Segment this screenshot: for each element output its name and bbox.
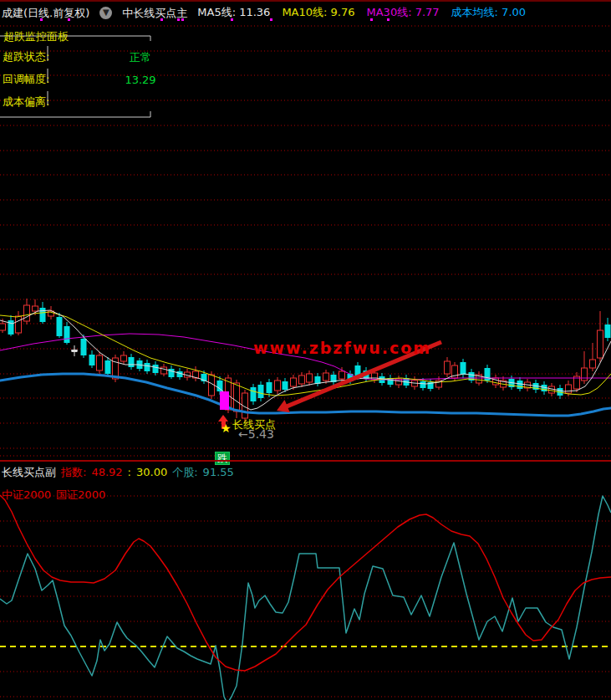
candle-up: [234, 383, 240, 411]
candle-down: [145, 363, 150, 371]
candle-up: [33, 306, 38, 311]
candle-up: [291, 378, 297, 386]
sub-legend: 指数:48.92:30.00个股:91.55: [61, 466, 234, 478]
ma-legend-item-1: MA10线: 9.76: [282, 5, 354, 20]
drop-badge: 跌: [215, 452, 230, 465]
candle-up: [24, 305, 30, 321]
candle-up: [323, 373, 329, 381]
stock-title: 成建(日线.前复权): [2, 7, 89, 19]
candle-up: [445, 361, 451, 374]
ma-legend-item-3: 成本均线: 7.00: [451, 5, 526, 20]
candle-down: [64, 326, 70, 343]
candle-down: [420, 381, 426, 388]
top-bar: 成建(日线.前复权) ▼ 中长线买点主 MA5线: 11.36MA10线: 9.…: [2, 5, 526, 20]
sub-legend-item-4: 个股:: [172, 466, 197, 478]
candle-down: [485, 368, 491, 381]
candle-up: [339, 371, 345, 379]
signal-bar: [220, 391, 229, 410]
candles: [0, 299, 611, 422]
candle-up: [275, 381, 281, 391]
candle-down: [267, 382, 272, 393]
candle-up: [0, 324, 6, 330]
sub-series-labels: 中证2000国证2000: [2, 488, 105, 501]
monitor-row-label-2: 成本偏离:: [3, 95, 49, 108]
main-indicator-name[interactable]: 中长线买点主: [122, 7, 187, 19]
candle-down: [89, 355, 95, 365]
candle-up: [582, 368, 588, 381]
sub-series-label-0: 中证2000: [2, 488, 51, 501]
sub-legend-item-2: :: [128, 466, 131, 478]
ma-legend-item-2: MA30线: 7.77: [367, 5, 440, 20]
sub-legend-item-0: 指数:: [61, 466, 86, 478]
star-icon: ★: [221, 422, 232, 435]
monitor-row-value-0: 正常: [115, 51, 165, 64]
candle-down: [129, 357, 135, 367]
candle-up: [161, 367, 167, 374]
ma-legend: MA5线: 11.36MA10线: 9.76MA30线: 7.77成本均线: 7…: [197, 5, 526, 20]
sub-indicator-name[interactable]: 长线买点副: [2, 466, 56, 478]
pane-divider[interactable]: [0, 460, 611, 462]
sub-legend-item-1: 48.92: [91, 466, 122, 478]
panel-frame-bottom: [0, 111, 150, 117]
candle-up: [590, 360, 596, 368]
monitor-row-label-1: 回调幅度:: [3, 73, 49, 85]
sub-series-中证2000: [0, 495, 611, 671]
candle-down: [605, 324, 611, 338]
candle-down: [153, 365, 159, 373]
candle-down: [217, 381, 223, 391]
price-callout-label: ←5.43: [238, 427, 274, 441]
candle-down: [251, 387, 257, 401]
ma-legend-item-0: MA5线: 11.36: [197, 5, 270, 20]
monitor-row-value-1: 13.29: [115, 74, 165, 86]
watermark: www.zbzfwu.com: [253, 339, 431, 357]
candle-up: [307, 374, 313, 382]
candle-up: [16, 316, 22, 333]
sub-series-国证2000: [0, 496, 611, 700]
sub-series-label-1: 国证2000: [56, 488, 105, 501]
candle-up: [598, 330, 603, 358]
candle-up: [566, 385, 572, 393]
candle-down: [517, 381, 523, 389]
candle-down: [461, 362, 466, 375]
candle-down: [81, 339, 87, 355]
chevron-down-icon[interactable]: ▼: [99, 7, 112, 19]
monitor-row-label-0: 超跌状态:: [3, 50, 49, 63]
monitor-panel-title: 超跌监控面板: [3, 30, 69, 43]
sub-legend-item-5: 91.55: [203, 466, 234, 478]
candle-down: [283, 381, 288, 390]
candle-up: [549, 386, 555, 393]
candle-down: [57, 317, 63, 336]
candle-down: [105, 360, 111, 374]
cost-line-line: [0, 374, 611, 416]
candle-down: [40, 308, 46, 322]
candle-up: [121, 355, 127, 361]
candle-up: [372, 373, 378, 380]
app-window: ★ 成建(日线.前复权) ▼ 中长线买点主 MA5线: 11.36MA10线: …: [0, 0, 611, 700]
sub-legend-item-3: 30.00: [136, 466, 167, 478]
sub-pane-header: 长线买点副 指数:48.92:30.00个股:91.55: [2, 466, 234, 478]
candle-up: [97, 355, 103, 370]
candle-down: [258, 385, 264, 398]
candle-up: [299, 376, 305, 384]
